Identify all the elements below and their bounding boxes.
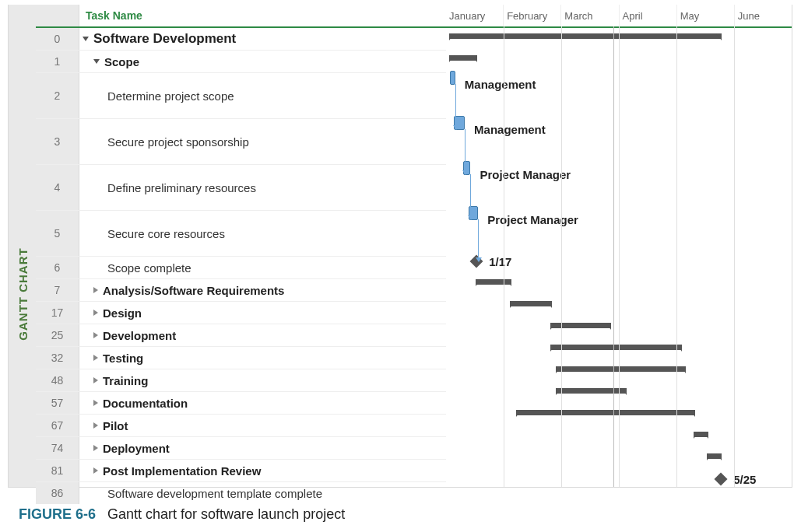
task-name-label: Deployment xyxy=(103,442,170,455)
task-name-label: Pilot xyxy=(103,419,128,432)
task-name-cell[interactable]: Development xyxy=(79,324,446,346)
task-bar[interactable] xyxy=(450,71,455,85)
task-id-cell: 32 xyxy=(36,347,79,369)
expand-icon[interactable] xyxy=(93,310,98,316)
task-name-label: Define preliminary resources xyxy=(107,181,256,194)
summary-bar[interactable] xyxy=(557,366,684,372)
current-date-line xyxy=(613,26,614,487)
summary-bar[interactable] xyxy=(694,432,708,437)
expand-icon[interactable] xyxy=(93,445,98,451)
table-row[interactable]: 7Analysis/Software Requirements xyxy=(36,279,446,302)
task-rows: 0Software Development1Scope2Determine pr… xyxy=(36,28,446,504)
task-id-cell: 17 xyxy=(36,302,79,324)
expand-icon[interactable] xyxy=(93,400,98,406)
table-row[interactable]: 67Pilot xyxy=(36,415,446,437)
task-name-label: Testing xyxy=(103,352,143,365)
table-row[interactable]: 5Secure core resources xyxy=(36,211,446,257)
task-name-cell[interactable]: Testing xyxy=(79,347,446,369)
summary-bar[interactable] xyxy=(476,279,511,285)
summary-bar[interactable] xyxy=(557,388,625,394)
month-header-cell: June xyxy=(734,5,792,26)
task-name-label: Analysis/Software Requirements xyxy=(103,284,284,297)
table-row[interactable]: 74Deployment xyxy=(36,437,446,460)
summary-bar[interactable] xyxy=(450,55,476,61)
table-row[interactable]: 48Training xyxy=(36,369,446,392)
gridline xyxy=(676,26,677,487)
task-name-cell[interactable]: Software development template complete xyxy=(79,482,446,504)
expand-icon[interactable] xyxy=(93,422,98,429)
summary-bar[interactable] xyxy=(551,323,610,328)
summary-bar[interactable] xyxy=(511,301,551,306)
table-row[interactable]: 32Testing xyxy=(36,347,446,369)
task-id-cell: 67 xyxy=(36,415,79,436)
expand-icon[interactable] xyxy=(93,332,98,338)
arrow-down-icon xyxy=(476,257,482,262)
dependency-link xyxy=(455,84,457,129)
task-name-cell[interactable]: Deployment xyxy=(79,437,446,459)
month-header-cell: April xyxy=(619,5,676,26)
task-id-cell: 7 xyxy=(36,279,79,301)
table-row[interactable]: 1Scope xyxy=(36,51,446,73)
task-name-cell[interactable]: Define preliminary resources xyxy=(79,165,446,210)
task-name-column-header[interactable]: Task Name xyxy=(79,5,446,26)
table-row[interactable]: 0Software Development xyxy=(36,28,446,51)
table-row[interactable]: 2Determine project scope xyxy=(36,73,446,119)
task-name-cell[interactable]: Software Development xyxy=(79,28,446,50)
task-name-label: Design xyxy=(103,306,142,320)
task-id-cell: 74 xyxy=(36,437,79,459)
view-label: GANTT CHART xyxy=(16,247,29,340)
task-id-cell: 2 xyxy=(36,73,79,118)
task-id-cell: 0 xyxy=(36,28,79,50)
task-name-cell[interactable]: Secure project sponsorship xyxy=(79,119,446,164)
table-header: Task Name xyxy=(36,5,446,28)
task-name-cell[interactable]: Design xyxy=(79,302,446,324)
expand-icon[interactable] xyxy=(93,377,98,383)
arrow-down-icon xyxy=(462,170,469,175)
month-header-cell: February xyxy=(503,5,560,26)
task-name-cell[interactable]: Documentation xyxy=(79,392,446,414)
milestone-marker[interactable] xyxy=(715,473,728,486)
task-name-cell[interactable]: Analysis/Software Requirements xyxy=(79,279,446,301)
milestone-date-label: 1/17 xyxy=(489,255,511,268)
task-name-cell[interactable]: Post Implementation Review xyxy=(79,460,446,481)
task-name-label: Post Implementation Review xyxy=(103,464,261,478)
id-column-header[interactable] xyxy=(36,5,79,26)
resource-label: Project Manager xyxy=(487,213,578,226)
timeline-header: JanuaryFebruaryMarchAprilMayJune xyxy=(446,5,792,28)
figure-container: GANTT CHART Task Name 0Software Developm… xyxy=(0,0,801,532)
task-name-label: Software Development xyxy=(93,31,236,47)
resource-label: Management xyxy=(474,123,546,136)
arrow-down-icon xyxy=(453,125,459,130)
dependency-link xyxy=(478,219,480,261)
gantt-frame: GANTT CHART Task Name 0Software Developm… xyxy=(8,5,792,488)
figure-number: FIGURE 6-6 xyxy=(19,506,96,522)
expand-icon[interactable] xyxy=(93,467,98,474)
expand-icon[interactable] xyxy=(93,355,98,361)
summary-bar[interactable] xyxy=(450,33,721,39)
task-name-cell[interactable]: Determine project scope xyxy=(79,73,446,118)
summary-bar[interactable] xyxy=(551,345,681,350)
table-row[interactable]: 81Post Implementation Review xyxy=(36,460,446,482)
expand-icon[interactable] xyxy=(93,287,98,293)
summary-bar[interactable] xyxy=(708,453,721,459)
table-row[interactable]: 4Define preliminary resources xyxy=(36,165,446,211)
task-name-cell[interactable]: Scope xyxy=(79,51,446,72)
table-row[interactable]: 25Development xyxy=(36,324,446,347)
table-row[interactable]: 86Software development template complete xyxy=(36,482,446,504)
task-id-cell: 25 xyxy=(36,324,79,346)
table-row[interactable]: 17Design xyxy=(36,302,446,324)
task-name-cell[interactable]: Pilot xyxy=(79,415,446,436)
collapse-icon[interactable] xyxy=(83,37,89,41)
table-row[interactable]: 6Scope complete xyxy=(36,257,446,279)
task-id-cell: 3 xyxy=(36,119,79,164)
summary-bar[interactable] xyxy=(517,410,694,415)
task-name-cell[interactable]: Training xyxy=(79,369,446,391)
task-id-cell: 5 xyxy=(36,211,79,256)
task-id-cell: 86 xyxy=(36,482,79,504)
task-name-cell[interactable]: Secure core resources xyxy=(79,211,446,256)
table-row[interactable]: 3Secure project sponsorship xyxy=(36,119,446,165)
task-table-pane: Task Name 0Software Development1Scope2De… xyxy=(36,5,446,487)
table-row[interactable]: 57Documentation xyxy=(36,392,446,415)
collapse-icon[interactable] xyxy=(93,59,100,64)
task-name-cell[interactable]: Scope complete xyxy=(79,257,446,278)
